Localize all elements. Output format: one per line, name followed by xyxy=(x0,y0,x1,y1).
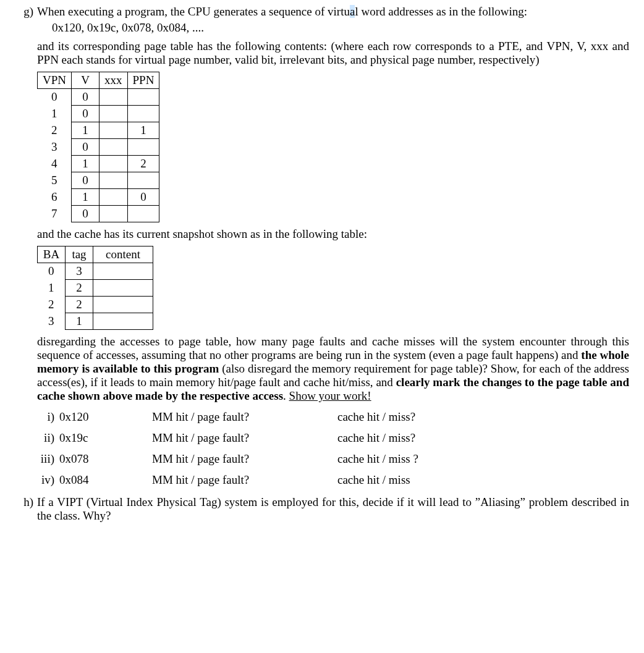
question-g-intro: When executing a program, the CPU genera… xyxy=(37,5,629,19)
vpn-cell: 7 xyxy=(38,206,72,222)
ppn-cell xyxy=(127,106,159,122)
item-cache: cache hit / miss? xyxy=(337,431,629,445)
content-cell xyxy=(93,263,153,280)
address-sequence: 0x120, 0x19c, 0x078, 0x084, .... xyxy=(52,21,629,35)
content-cell xyxy=(93,313,153,330)
vpn-cell: 4 xyxy=(38,156,72,172)
ppn-cell xyxy=(127,172,159,189)
xxx-cell xyxy=(100,139,128,156)
item-addr: 0x078 xyxy=(59,452,152,466)
item-addr: 0x19c xyxy=(59,431,152,445)
page-table: VPN V xxx PPN 00 10 211 30 412 50 610 70 xyxy=(37,72,159,222)
tag-cell: 2 xyxy=(66,280,93,297)
cache-h-ba: BA xyxy=(38,246,66,263)
item-mm: MM hit / page fault? xyxy=(152,410,337,424)
item-mm: MM hit / page fault? xyxy=(152,473,337,487)
ppn-cell xyxy=(127,206,159,222)
question-h-text: If a VIPT (Virtual Index Physical Tag) s… xyxy=(37,495,629,523)
question-g-body: disregarding the accesses to page table,… xyxy=(37,335,629,403)
vpn-cell: 0 xyxy=(38,89,72,106)
xxx-cell xyxy=(100,122,128,139)
ppn-cell: 1 xyxy=(127,122,159,139)
page-table-h-vpn: VPN xyxy=(38,72,72,89)
table-row: 31 xyxy=(38,313,153,330)
item-addr: 0x120 xyxy=(59,410,152,424)
vpn-cell: 6 xyxy=(38,189,72,206)
ppn-cell: 2 xyxy=(127,156,159,172)
vpn-cell: 1 xyxy=(38,106,72,122)
table-row: 50 xyxy=(38,172,159,189)
page-table-header-row: VPN V xxx PPN xyxy=(38,72,159,89)
xxx-cell xyxy=(100,106,128,122)
page: g) When executing a program, the CPU gen… xyxy=(0,0,644,540)
list-item: iii) 0x078 MM hit / page fault? cache hi… xyxy=(26,452,629,466)
table-row: 211 xyxy=(38,122,159,139)
q-text-a: disregarding the accesses to page table,… xyxy=(37,335,629,361)
item-addr: 0x084 xyxy=(59,473,152,487)
question-g-intro2: and its corresponding page table has the… xyxy=(37,40,629,67)
item-num: iv) xyxy=(26,473,59,487)
tag-cell: 1 xyxy=(66,313,93,330)
tag-cell: 2 xyxy=(66,297,93,313)
item-cache: cache hit / miss? xyxy=(337,410,629,424)
question-h-label: h) xyxy=(15,495,37,509)
cache-table: BA tag content 03 12 22 31 xyxy=(37,246,153,330)
table-row: 610 xyxy=(38,189,159,206)
cache-intro: and the cache has its current snapshot s… xyxy=(37,227,629,241)
table-row: 22 xyxy=(38,297,153,313)
xxx-cell xyxy=(100,156,128,172)
v-cell: 0 xyxy=(72,106,100,122)
q-text-f-underline: Show your work! xyxy=(289,389,371,402)
cache-h-tag: tag xyxy=(66,246,93,263)
v-cell: 0 xyxy=(72,89,100,106)
table-row: 10 xyxy=(38,106,159,122)
item-num: ii) xyxy=(26,431,59,445)
list-item: iv) 0x084 MM hit / page fault? cache hit… xyxy=(26,473,629,487)
table-row: 30 xyxy=(38,139,159,156)
list-item: i) 0x120 MM hit / page fault? cache hit … xyxy=(26,410,629,424)
ba-cell: 1 xyxy=(38,280,66,297)
table-row: 03 xyxy=(38,263,153,280)
item-mm: MM hit / page fault? xyxy=(152,431,337,445)
q-text-e: . xyxy=(283,389,289,402)
intro-text-1: When executing a program, the CPU genera… xyxy=(37,5,350,18)
table-row: 70 xyxy=(38,206,159,222)
page-table-h-ppn: PPN xyxy=(127,72,159,89)
page-table-h-xxx: xxx xyxy=(100,72,128,89)
content-cell xyxy=(93,280,153,297)
ba-cell: 2 xyxy=(38,297,66,313)
ba-cell: 3 xyxy=(38,313,66,330)
ba-cell: 0 xyxy=(38,263,66,280)
vpn-cell: 2 xyxy=(38,122,72,139)
content-cell xyxy=(93,297,153,313)
page-table-h-v: V xyxy=(72,72,100,89)
v-cell: 0 xyxy=(72,206,100,222)
v-cell: 1 xyxy=(72,156,100,172)
table-row: 12 xyxy=(38,280,153,297)
xxx-cell xyxy=(100,172,128,189)
ppn-cell xyxy=(127,139,159,156)
list-item: ii) 0x19c MM hit / page fault? cache hit… xyxy=(26,431,629,445)
item-mm: MM hit / page fault? xyxy=(152,452,337,466)
roman-list: i) 0x120 MM hit / page fault? cache hit … xyxy=(26,410,629,487)
question-g-label: g) xyxy=(15,5,37,19)
table-row: 412 xyxy=(38,156,159,172)
item-cache: cache hit / miss xyxy=(337,473,629,487)
cache-table-header-row: BA tag content xyxy=(38,246,153,263)
xxx-cell xyxy=(100,89,128,106)
xxx-cell xyxy=(100,206,128,222)
question-g: g) When executing a program, the CPU gen… xyxy=(15,5,629,19)
vpn-cell: 5 xyxy=(38,172,72,189)
vpn-cell: 3 xyxy=(38,139,72,156)
xxx-cell xyxy=(100,189,128,206)
cache-h-content: content xyxy=(93,246,153,263)
table-row: 00 xyxy=(38,89,159,106)
ppn-cell xyxy=(127,89,159,106)
item-num: i) xyxy=(26,410,59,424)
ppn-cell: 0 xyxy=(127,189,159,206)
v-cell: 0 xyxy=(72,172,100,189)
v-cell: 0 xyxy=(72,139,100,156)
v-cell: 1 xyxy=(72,189,100,206)
item-num: iii) xyxy=(26,452,59,466)
tag-cell: 3 xyxy=(66,263,93,280)
